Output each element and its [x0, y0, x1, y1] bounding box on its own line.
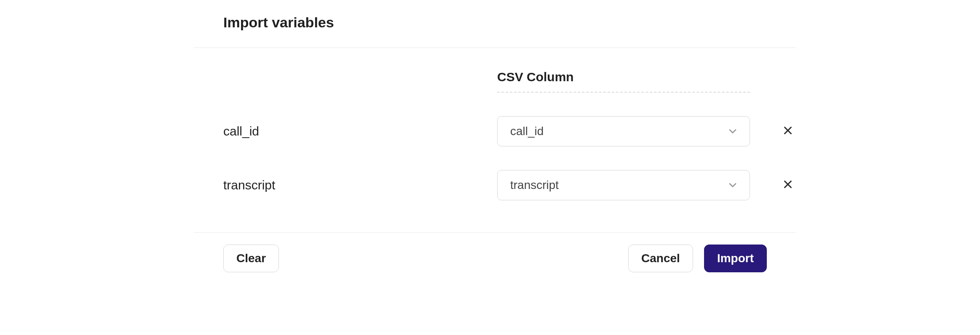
csv-column-select[interactable]: transcript	[497, 170, 750, 200]
close-icon	[782, 178, 794, 192]
dialog-title: Import variables	[223, 14, 767, 31]
chevron-down-icon	[727, 125, 739, 137]
close-icon	[782, 124, 794, 138]
footer-right-group: Cancel Import	[628, 245, 767, 272]
dialog-footer: Clear Cancel Import	[194, 233, 796, 272]
mapping-row: call_id call_id	[223, 116, 767, 146]
csv-column-header: CSV Column	[497, 70, 750, 92]
variable-name: call_id	[223, 124, 497, 138]
import-variables-dialog: Import variables CSV Column call_id call…	[194, 0, 796, 272]
remove-mapping-button[interactable]	[750, 124, 801, 138]
csv-column-select-value: call_id	[510, 125, 544, 138]
chevron-down-icon	[727, 179, 739, 191]
dialog-body: CSV Column call_id call_id	[194, 48, 796, 209]
csv-column-select-value: transcript	[510, 178, 559, 192]
remove-mapping-button[interactable]	[750, 178, 801, 192]
import-button[interactable]: Import	[704, 245, 767, 272]
variable-name: transcript	[223, 178, 497, 192]
clear-button[interactable]: Clear	[223, 245, 279, 272]
csv-column-underline	[497, 92, 750, 93]
dialog-header: Import variables	[194, 0, 796, 48]
mapping-row: transcript transcript	[223, 170, 767, 200]
csv-column-select[interactable]: call_id	[497, 116, 750, 146]
cancel-button[interactable]: Cancel	[628, 245, 693, 272]
column-headers-row: CSV Column	[223, 70, 767, 93]
